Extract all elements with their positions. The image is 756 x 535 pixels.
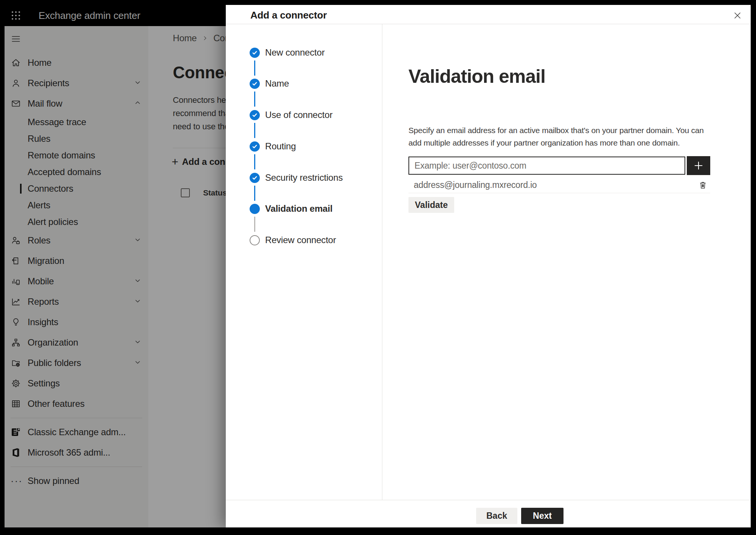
email-input[interactable] — [408, 157, 685, 175]
step-heading: Validation email — [408, 65, 545, 87]
step-name[interactable]: Name — [226, 73, 289, 94]
delete-address-button[interactable] — [697, 179, 709, 191]
close-icon — [733, 11, 742, 20]
step-connector-line — [254, 217, 255, 232]
address-value: address@journaling.mxrecord.io — [408, 180, 537, 190]
step-review-connector[interactable]: Review connector — [226, 230, 336, 250]
address-list-item: address@journaling.mxrecord.io — [408, 177, 710, 193]
close-button[interactable] — [732, 10, 743, 21]
step-new-connector[interactable]: New connector — [226, 42, 324, 63]
divider — [226, 500, 751, 500]
step-routing[interactable]: Routing — [226, 136, 296, 157]
plus-icon — [693, 160, 704, 171]
step-completed-icon — [250, 173, 260, 183]
step-completed-icon — [250, 48, 260, 58]
add-connector-panel: Add a connector New connector Name — [226, 5, 751, 527]
divider — [408, 193, 710, 193]
step-upcoming-icon — [250, 235, 260, 245]
step-use-of-connector[interactable]: Use of connector — [226, 105, 332, 125]
email-entry-row — [408, 156, 710, 175]
step-connector-line — [254, 123, 255, 138]
add-email-button[interactable] — [687, 156, 710, 175]
trash-icon — [698, 180, 708, 190]
back-button[interactable]: Back — [476, 508, 517, 524]
panel-title: Add a connector — [250, 9, 327, 21]
validate-button[interactable]: Validate — [408, 197, 454, 213]
step-completed-icon — [250, 141, 260, 152]
next-button[interactable]: Next — [521, 508, 564, 524]
screen: Exchange admin center Home Recipients — [5, 5, 751, 527]
step-connector-line — [254, 154, 255, 169]
panel-header: Add a connector — [226, 5, 751, 24]
step-description: Specify an email address for an active m… — [408, 124, 711, 149]
step-validation-email[interactable]: Validation email — [226, 198, 332, 219]
step-connector-line — [254, 91, 255, 107]
step-completed-icon — [250, 110, 260, 120]
divider — [226, 24, 751, 24]
step-security-restrictions[interactable]: Security restrictions — [226, 167, 343, 188]
step-current-icon — [250, 204, 260, 214]
step-completed-icon — [250, 79, 260, 89]
divider — [382, 24, 382, 500]
